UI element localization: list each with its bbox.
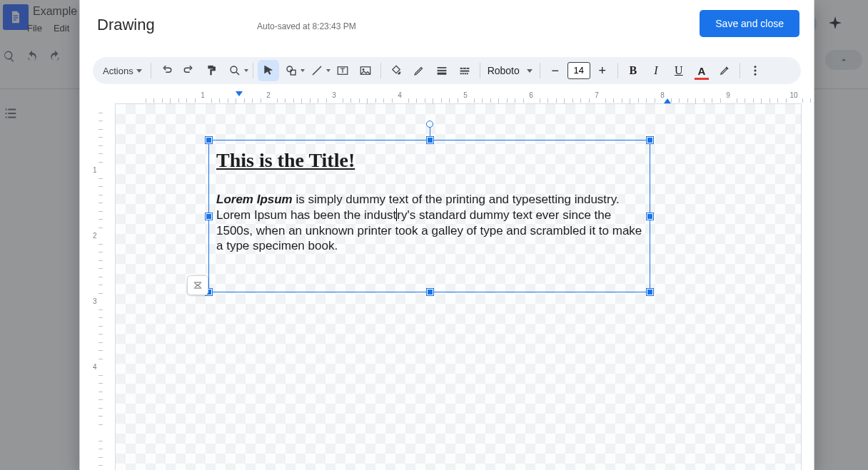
- font-selector[interactable]: Roboto: [485, 65, 535, 76]
- shape-tool[interactable]: [281, 60, 302, 81]
- separator: [480, 63, 480, 78]
- decrease-font-size[interactable]: −: [545, 60, 566, 81]
- svg-rect-13: [463, 68, 465, 68]
- resize-handle-nw[interactable]: [206, 137, 212, 143]
- body-lead: Lorem Ipsum: [216, 193, 293, 206]
- svg-rect-19: [467, 73, 468, 74]
- zoom-caret-icon[interactable]: [244, 69, 248, 72]
- separator: [540, 63, 540, 78]
- horizontal-ruler: 12345678910: [116, 93, 801, 104]
- resize-handle-n[interactable]: [427, 137, 433, 143]
- svg-rect-14: [467, 68, 469, 68]
- zoom-button[interactable]: [224, 60, 246, 81]
- separator: [740, 63, 740, 78]
- separator: [617, 63, 618, 78]
- textbox-title: This is the Title!: [216, 149, 642, 172]
- redo-button[interactable]: [178, 60, 200, 81]
- svg-point-22: [755, 73, 756, 75]
- text-color-button[interactable]: A: [691, 60, 712, 81]
- fill-color-button[interactable]: [385, 60, 407, 81]
- svg-rect-18: [465, 73, 466, 74]
- drawing-dialog: Drawing Auto-saved at 8:23:43 PM Save an…: [79, 0, 814, 470]
- textbox-content[interactable]: This is the Title! Lorem Ipsum is simply…: [216, 149, 642, 254]
- vertical-ruler: 1234: [93, 104, 104, 470]
- drawing-canvas[interactable]: This is the Title! Lorem Ipsum is simply…: [116, 104, 801, 470]
- actions-menu[interactable]: Actions: [99, 66, 146, 76]
- svg-rect-10: [438, 70, 446, 71]
- dropdown-caret-icon: [136, 69, 142, 73]
- rotate-handle[interactable]: [426, 121, 433, 128]
- svg-point-20: [755, 66, 756, 68]
- font-label: Roboto: [488, 65, 520, 76]
- resize-handle-e[interactable]: [647, 213, 653, 220]
- image-tool[interactable]: [355, 60, 376, 81]
- svg-rect-11: [438, 73, 446, 74]
- highlight-button[interactable]: [714, 60, 735, 81]
- text-wrapping-button[interactable]: [187, 275, 208, 295]
- separator: [253, 63, 253, 78]
- border-color-button[interactable]: [408, 60, 430, 81]
- resize-handle-w[interactable]: [206, 213, 212, 220]
- font-size-input[interactable]: 14: [567, 62, 590, 79]
- separator: [380, 63, 381, 78]
- right-indent-marker[interactable]: [664, 98, 671, 103]
- svg-rect-17: [463, 73, 464, 74]
- resize-handle-se[interactable]: [647, 289, 653, 295]
- svg-rect-12: [460, 68, 463, 68]
- autosave-status: Auto-saved at 8:23:43 PM: [257, 21, 356, 31]
- first-line-indent-marker[interactable]: [236, 91, 243, 96]
- line-caret-icon[interactable]: [326, 69, 330, 72]
- increase-font-size[interactable]: +: [592, 60, 613, 81]
- separator: [151, 63, 151, 78]
- actions-label: Actions: [103, 66, 133, 76]
- paint-format-button[interactable]: [201, 60, 223, 81]
- select-tool[interactable]: [258, 60, 279, 81]
- underline-button[interactable]: U: [668, 60, 690, 81]
- italic-button[interactable]: I: [645, 60, 667, 81]
- svg-point-3: [231, 66, 237, 73]
- shape-caret-icon[interactable]: [301, 69, 305, 72]
- svg-point-4: [287, 66, 293, 72]
- textbox-tool[interactable]: [332, 60, 353, 81]
- selected-textbox[interactable]: This is the Title! Lorem Ipsum is simply…: [208, 140, 650, 292]
- font-caret-icon: [527, 69, 533, 73]
- line-tool[interactable]: [306, 60, 328, 81]
- resize-handle-ne[interactable]: [647, 137, 653, 143]
- border-weight-button[interactable]: [431, 60, 453, 81]
- svg-point-8: [363, 68, 364, 70]
- bold-button[interactable]: B: [622, 60, 644, 81]
- border-dash-button[interactable]: [454, 60, 475, 81]
- resize-handle-s[interactable]: [427, 289, 433, 295]
- more-options-button[interactable]: [745, 60, 766, 81]
- drawing-toolbar: Actions Roboto − 14 + B I U A: [93, 57, 801, 84]
- svg-rect-15: [460, 71, 469, 71]
- dialog-header: Drawing Auto-saved at 8:23:43 PM Save an…: [80, 0, 814, 48]
- undo-button[interactable]: [156, 60, 177, 81]
- svg-rect-9: [438, 68, 446, 68]
- save-and-close-button[interactable]: Save and close: [700, 10, 799, 37]
- svg-point-21: [755, 70, 756, 71]
- textbox-body: Lorem Ipsum is simply dummy text of the …: [216, 192, 642, 254]
- svg-rect-16: [460, 73, 462, 74]
- dialog-title: Drawing: [97, 16, 155, 34]
